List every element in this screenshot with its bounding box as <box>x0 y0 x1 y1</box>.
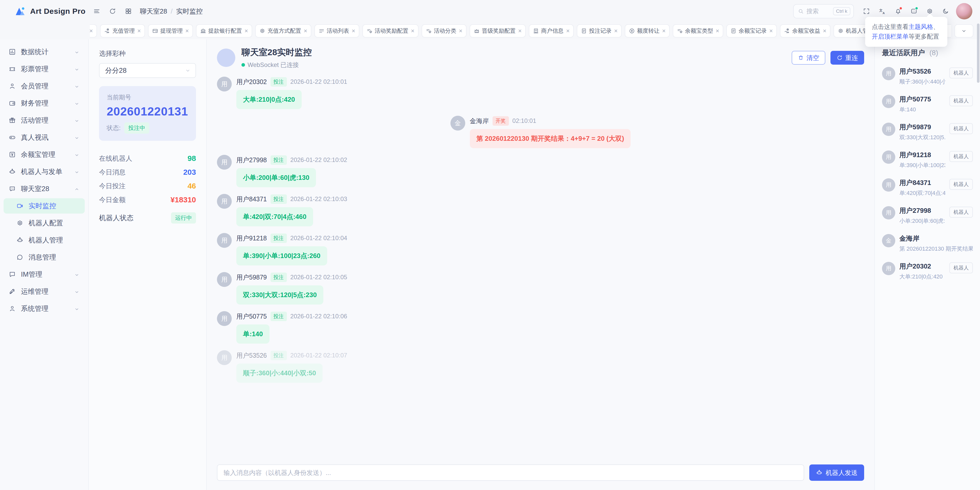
tab-close-icon[interactable]: × <box>716 27 719 35</box>
brand[interactable]: Art Design Pro <box>0 5 89 17</box>
tab-label: 额度转让 <box>637 27 659 35</box>
tab[interactable]: 活动分类 × <box>422 24 466 38</box>
topbar-icon-button[interactable] <box>938 4 953 18</box>
tab[interactable]: × <box>90 24 97 38</box>
tab-close-icon[interactable]: × <box>90 27 93 35</box>
topbar-icon-button[interactable] <box>890 4 906 18</box>
tab[interactable]: 晋级奖励配置 × <box>469 24 526 38</box>
robot-icon <box>816 469 822 476</box>
sidebar-item[interactable]: 运维管理 <box>3 284 85 299</box>
sidebar-item[interactable]: 活动管理 <box>3 113 85 128</box>
sidebar-item[interactable]: 实时监控 <box>3 198 85 214</box>
settings-tooltip: 点击这里查看主题风格、开启顶栏菜单等更多配置 <box>865 17 947 47</box>
topbar-icon-button[interactable] <box>859 4 874 18</box>
video-icon <box>16 202 24 209</box>
sidebar-item[interactable]: IM管理 <box>3 267 85 282</box>
sidebar-item[interactable]: 彩票管理 <box>3 61 85 77</box>
message-body: 用户20302 投注 2026-01-22 02:10:01 大单:210|0点… <box>236 77 347 109</box>
tab-close-icon[interactable]: × <box>137 27 141 35</box>
active-user-item[interactable]: 用 用户53526 顺子:360|小:440|小... 机器人 <box>882 67 973 86</box>
sidebar-item[interactable]: 会员管理 <box>3 78 85 94</box>
sidebar-item[interactable]: 财务管理 <box>3 96 85 111</box>
user-avatar[interactable] <box>956 3 972 19</box>
tab[interactable]: 余额宝收益 × <box>780 24 830 38</box>
tab-close-icon[interactable]: × <box>662 27 666 35</box>
grid-icon <box>125 8 132 15</box>
active-user-item[interactable]: 用 用户50775 单:140 机器人 <box>882 95 973 113</box>
message-avatar: 用 <box>217 311 232 326</box>
theme-style-link[interactable]: 主题风格 <box>908 23 933 30</box>
sidebar-item-label: 数据统计 <box>21 47 48 56</box>
sidebar-item-label: 活动管理 <box>21 116 48 125</box>
sidebar-item[interactable]: 消息管理 <box>3 250 85 265</box>
tab-label: 提款银行配置 <box>208 27 242 35</box>
sidebar-item[interactable]: 余额宝管理 <box>3 147 85 162</box>
robot-tag: 机器人 <box>950 123 973 134</box>
page-scrollbar-thumb[interactable] <box>977 24 980 83</box>
topbar-icon-button[interactable] <box>121 4 136 18</box>
breadcrumb-item[interactable]: 聊天室28 <box>140 7 167 16</box>
robot-send-button[interactable]: 机器人发送 <box>809 464 864 481</box>
tab[interactable]: 提现管理 × <box>148 24 193 38</box>
tabs-collapse-button[interactable] <box>955 24 974 38</box>
tab-close-icon[interactable]: × <box>411 27 414 35</box>
topbar-icon-button[interactable]: 文A <box>874 4 890 18</box>
message-header: 用户91218 投注 2026-01-22 02:10:04 <box>236 233 347 243</box>
tab[interactable]: 活动列表 × <box>314 24 360 38</box>
user-icon <box>9 305 16 312</box>
sidebar-item[interactable]: 机器人配置 <box>3 215 85 231</box>
tab[interactable]: 充值管理 × <box>100 24 145 38</box>
active-user-item[interactable]: 用 用户27998 小单:200|单:60|虎:1... 机器人 <box>882 206 973 225</box>
open-topbar-menu-link[interactable]: 开启顶栏菜单 <box>872 33 908 40</box>
tab[interactable]: 提款银行配置 × <box>196 24 252 38</box>
tab[interactable]: 充值方式配置 × <box>255 24 311 38</box>
clear-button[interactable]: 清空 <box>792 51 825 65</box>
tab-close-icon[interactable]: × <box>769 27 773 35</box>
tab-close-icon[interactable]: × <box>823 27 826 35</box>
reconnect-button[interactable]: 重连 <box>830 51 864 65</box>
active-user-item[interactable]: 用 用户84371 单:420|双:70|4点:460 机器人 <box>882 178 973 197</box>
sidebar-item[interactable]: 聊天室28 <box>3 181 85 196</box>
tab-close-icon[interactable]: × <box>352 27 355 35</box>
chart-icon <box>9 48 16 56</box>
topbar-icon-button[interactable] <box>89 4 105 18</box>
tab-close-icon[interactable]: × <box>185 27 189 35</box>
search-input[interactable]: 搜索 Ctrl k <box>793 4 854 18</box>
tab-label: 充值管理 <box>112 27 135 35</box>
topbar-icon-button[interactable] <box>105 4 121 18</box>
sidebar-item[interactable]: 系统管理 <box>3 301 85 316</box>
tab-close-icon[interactable]: × <box>459 27 463 35</box>
sidebar-item-label: 聊天室28 <box>21 184 49 193</box>
notification-dot <box>915 6 918 10</box>
active-user-item[interactable]: 用 用户59879 双:330|大双:120|5... 机器人 <box>882 123 973 141</box>
tab-close-icon[interactable]: × <box>245 27 248 35</box>
message-body: 金海岸 开奖 02:10:01 第 202601220130 期开奖结果：4+9… <box>470 116 631 148</box>
message-bubble: 大单:210|0点:420 <box>236 90 302 109</box>
tab-close-icon[interactable]: × <box>566 27 570 35</box>
chat-message: 用 用户20302 投注 2026-01-22 02:10:01 大单:210|… <box>217 77 864 109</box>
tab[interactable]: 余额宝类型 × <box>673 24 723 38</box>
tab-close-icon[interactable]: × <box>304 27 307 35</box>
tab-close-icon[interactable]: × <box>614 27 617 35</box>
sidebar-item[interactable]: 机器人管理 <box>3 233 85 248</box>
active-user-item[interactable]: 金 金海岸 第 202601220130 期开奖结果 <box>882 234 973 253</box>
message-bubble: 顺子:360|小:440|小双:50 <box>236 364 323 383</box>
message-timestamp: 2026-01-22 02:10:05 <box>290 274 347 281</box>
active-user-item[interactable]: 用 用户91218 单:390|小单:100|23... 机器人 <box>882 150 973 169</box>
page-scrollbar[interactable] <box>977 22 980 490</box>
sidebar-item-label: 消息管理 <box>29 253 56 262</box>
sidebar-item[interactable]: 真人视讯 <box>3 130 85 145</box>
lottery-select[interactable]: 分分28 <box>99 63 196 78</box>
tab[interactable]: 余额宝记录 × <box>726 24 777 38</box>
sidebar-item[interactable]: 数据统计 <box>3 44 85 59</box>
tab[interactable]: 额度转让 × <box>625 24 670 38</box>
active-user-item[interactable]: 用 用户20302 大单:210|0点:420 机器人 <box>882 262 973 281</box>
tab-close-icon[interactable]: × <box>518 27 522 35</box>
tab[interactable]: 活动奖励配置 × <box>363 24 418 38</box>
tab[interactable]: 商户信息 × <box>529 24 574 38</box>
tab[interactable]: 投注记录 × <box>577 24 622 38</box>
tab-label: 余额宝类型 <box>685 27 713 35</box>
sidebar-item[interactable]: 机器人与发单 <box>3 164 85 179</box>
topbar-icon-button[interactable] <box>906 4 922 18</box>
message-input[interactable] <box>217 464 804 481</box>
